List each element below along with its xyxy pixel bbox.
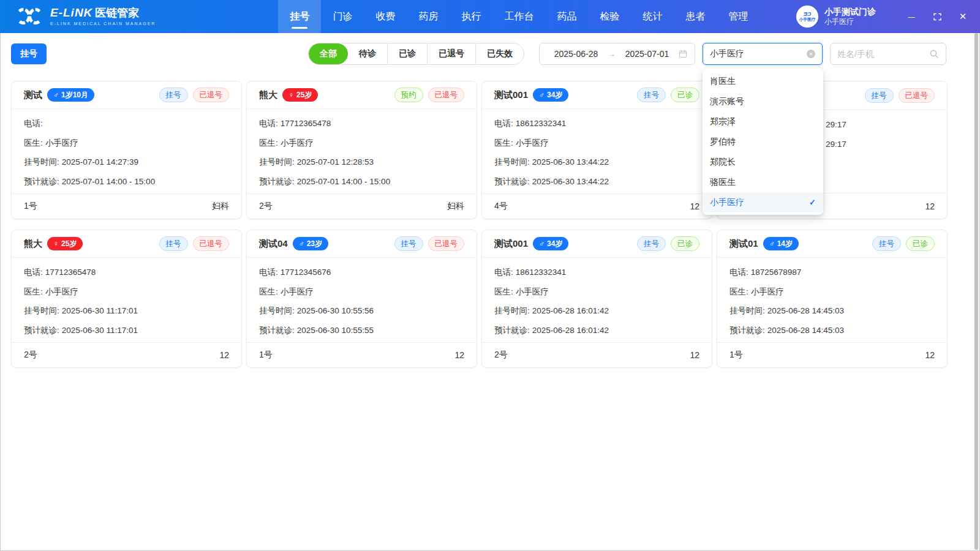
phone-line: 电话: [24, 114, 229, 133]
patient-name: 熊大 [24, 238, 42, 250]
dropdown-option[interactable]: 肖医生 [703, 71, 823, 91]
nav-tab-billing[interactable]: 收费 [364, 0, 407, 33]
nav-tab-management[interactable]: 管理 [717, 0, 760, 33]
patient-card[interactable]: 测试04 ♂ 23岁 挂号 已退号 电话:17712345676 医生:小手医疗… [246, 230, 477, 368]
status-badge: 挂号 [159, 88, 188, 102]
patient-card[interactable]: 熊大 ♀ 25岁 预约 已退号 电话:17712365478 医生:小手医疗 挂… [246, 81, 477, 219]
filter-waiting[interactable]: 待诊 [348, 43, 387, 64]
status-badge: 挂号 [872, 236, 901, 251]
patient-card[interactable]: 测试001 ♂ 34岁 挂号 已诊 电话:18612332341 医生:小手医疗… [481, 81, 712, 219]
patient-age: 23岁 [307, 239, 322, 249]
visit-time-line: 预计就诊:2025-07-01 14:00 - 15:00 [259, 172, 464, 192]
filter-all[interactable]: 全部 [309, 43, 348, 64]
toolbar: 挂号 全部 待诊 已诊 已退号 已失效 2025-06-28 → 2025-07… [11, 43, 946, 65]
status-badge: 挂号 [159, 236, 188, 251]
status-badge: 已退号 [193, 236, 230, 251]
filter-seen[interactable]: 已诊 [387, 43, 427, 64]
visit-time-line: 预计就诊:2025-07-01 14:00 - 15:00 [24, 172, 229, 192]
start-date[interactable]: 2025-06-28 [547, 49, 605, 59]
doctor-line: 医生:小手医疗 [494, 282, 699, 302]
department: 妇科 [447, 201, 464, 212]
status-badge: 挂号 [637, 236, 666, 251]
visit-time-line: 预计就诊:2025-06-30 11:17:01 [24, 321, 229, 340]
main-nav: 挂号 门诊 收费 药房 执行 工作台 药品 检验 统计 患者 管理 [278, 0, 760, 33]
filter-expired[interactable]: 已失效 [475, 43, 524, 64]
status-badge: 已诊 [671, 236, 699, 251]
register-button[interactable]: 挂号 [11, 43, 47, 64]
female-icon: ♀ [288, 91, 294, 99]
dropdown-option[interactable]: 郑宗泽 [703, 111, 823, 132]
fee: 12 [454, 350, 464, 360]
visit-time-line: 预计就诊:2025-06-28 16:01:42 [494, 321, 699, 340]
scrollbar-track[interactable] [974, 33, 979, 550]
filter-refunded[interactable]: 已退号 [427, 43, 475, 64]
end-date[interactable]: 2025-07-01 [618, 49, 676, 59]
fee: 12 [925, 201, 935, 211]
dropdown-option[interactable]: 罗伯特 [703, 132, 823, 152]
gender-age-badge: ♀ 25岁 [47, 237, 83, 250]
patient-age: 1岁10月 [61, 90, 88, 100]
scrollbar-thumb[interactable] [974, 33, 978, 550]
status-badge: 挂号 [394, 236, 423, 251]
elink-logo-icon [16, 8, 43, 24]
status-badge: 已退号 [899, 88, 935, 103]
user-block[interactable]: ƎƆ 小手医疗 小手测试门诊 小手医疗 [796, 0, 876, 33]
doctor-select-value: 小手医疗 [710, 48, 807, 59]
male-icon: ♂ [299, 239, 304, 248]
status-badge: 已退号 [428, 236, 465, 251]
nav-tab-pharmacy[interactable]: 药房 [407, 0, 450, 33]
patient-card[interactable]: 测试001 ♂ 34岁 挂号 已诊 电话:18612332341 医生:小手医疗… [481, 230, 712, 368]
date-range-picker[interactable]: 2025-06-28 → 2025-07-01 [539, 43, 695, 65]
gender-age-badge: ♂ 34岁 [533, 237, 568, 250]
nav-tab-lab[interactable]: 检验 [588, 0, 631, 33]
clinic-name: 小手测试门诊 [824, 6, 876, 17]
fee: 12 [690, 201, 699, 211]
patient-name: 测试001 [494, 89, 528, 101]
phone-line: 电话:17712345676 [259, 263, 464, 282]
nav-tab-execution[interactable]: 执行 [450, 0, 492, 33]
dropdown-option[interactable]: 演示账号 [703, 91, 823, 111]
nav-tab-workbench[interactable]: 工作台 [492, 0, 545, 33]
nav-tab-registration[interactable]: 挂号 [278, 0, 321, 33]
dropdown-option[interactable]: 郑院长 [703, 152, 823, 172]
patient-name: 测试04 [259, 238, 288, 250]
phone-line: 电话:18612332341 [494, 114, 699, 133]
doctor-select[interactable]: 小手医疗 ✕ [703, 43, 823, 65]
nav-tab-patients[interactable]: 患者 [674, 0, 717, 33]
visit-time-line: 预计就诊:2025-06-30 10:55:55 [259, 321, 464, 340]
doctor-line: 医生:小手医疗 [24, 282, 229, 302]
nav-tab-outpatient[interactable]: 门诊 [321, 0, 364, 33]
search-input[interactable] [837, 49, 929, 59]
maximize-button[interactable] [929, 8, 946, 25]
dropdown-option-selected[interactable]: 小手医疗 ✓ [703, 192, 823, 212]
status-badge: 挂号 [865, 88, 894, 103]
nav-tab-drugs[interactable]: 药品 [545, 0, 588, 33]
dropdown-option[interactable]: 骆医生 [703, 172, 823, 192]
register-time-line: 挂号时间:2025-06-30 13:44:22 [494, 152, 699, 172]
close-button[interactable]: ✕ [954, 8, 971, 25]
gender-age-badge: ♂ 34岁 [533, 88, 568, 102]
queue-number: 2号 [24, 350, 37, 361]
fee: 12 [690, 350, 699, 360]
search-icon [929, 49, 939, 59]
app-header: E-LiNK 医链管家 E-LINK MEDICAL CHAIN MANAGER… [0, 0, 980, 33]
brand-subtitle: E-LINK MEDICAL CHAIN MANAGER [50, 21, 156, 26]
avatar: ƎƆ 小手医疗 [796, 6, 818, 28]
fee: 12 [219, 350, 229, 360]
patient-age: 34岁 [547, 239, 562, 249]
check-icon: ✓ [809, 198, 816, 207]
brand: E-LiNK 医链管家 E-LINK MEDICAL CHAIN MANAGER [16, 7, 156, 26]
patient-card[interactable]: 测试 ♂ 1岁10月 挂号 已退号 电话: 医生:小手医疗 挂号时间:2025-… [11, 81, 242, 219]
phone-line: 电话:17712365478 [24, 263, 229, 282]
nav-tab-statistics[interactable]: 统计 [631, 0, 674, 33]
clear-icon[interactable]: ✕ [807, 50, 815, 58]
brand-name-cn: 医链管家 [95, 7, 139, 20]
status-badge: 已退号 [193, 88, 230, 102]
status-badge: 已诊 [671, 88, 699, 102]
register-time-line: 挂号时间:2025-06-30 11:17:01 [24, 301, 229, 321]
patient-card[interactable]: 测试01 ♂ 14岁 挂号 已诊 电话:18725678987 医生:小手医疗 … [717, 230, 948, 368]
minimize-button[interactable]: ─ [903, 8, 920, 25]
arrow-right-icon: → [605, 50, 618, 59]
patient-card[interactable]: 熊大 ♀ 25岁 挂号 已退号 电话:17712365478 医生:小手医疗 挂… [11, 230, 242, 368]
register-time-line: 挂号时间:2025-06-30 10:55:56 [259, 301, 464, 321]
